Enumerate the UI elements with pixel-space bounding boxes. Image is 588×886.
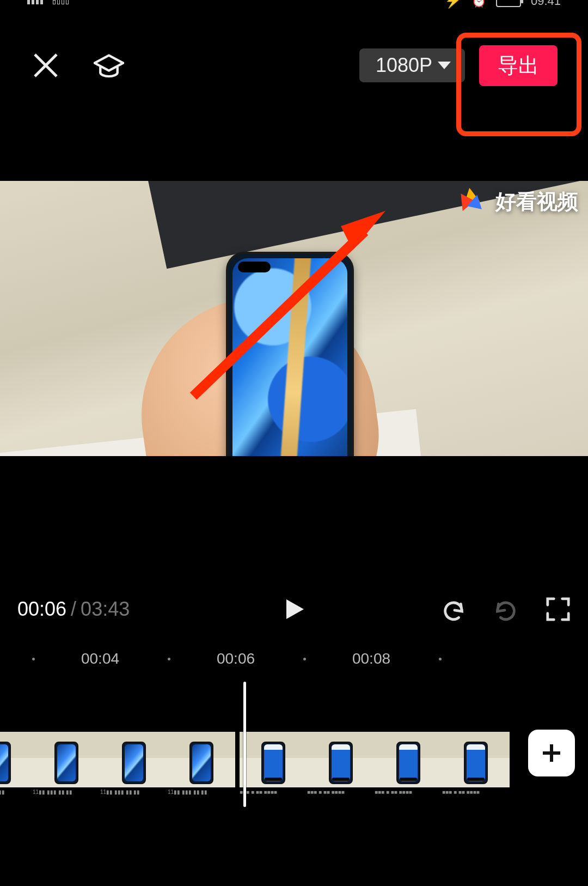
status-bar: ⚡ ⏰ 09:41: [0, 0, 588, 19]
clip-gap: [235, 732, 240, 797]
ruler-tick: [303, 658, 306, 660]
resolution-selector[interactable]: 1080P: [359, 48, 465, 82]
clip-thumbnail[interactable]: 11▮▮ ▮▮▮ ▮▮ ▮▮: [33, 732, 100, 797]
add-clip-button[interactable]: [528, 730, 575, 776]
total-time: 03:43: [81, 598, 130, 621]
alarm-icon: ⏰: [471, 0, 486, 8]
video-frame: [0, 181, 588, 456]
phone-in-video: [226, 252, 354, 456]
clip-thumbnail[interactable]: 11▮▮ ▮▮▮ ▮▮ ▮▮: [0, 732, 33, 797]
ruler-label: 00:08: [352, 650, 390, 667]
clip-thumbnail[interactable]: 11▮▮ ▮▮▮ ▮▮ ▮▮: [168, 732, 235, 797]
ruler-label: 00:04: [81, 650, 119, 667]
playback-controls: 00:06 / 03:43: [0, 583, 588, 635]
playhead[interactable]: [243, 682, 246, 807]
clip-thumbnail[interactable]: ■■■ ■ ■■ ■■■■: [307, 732, 375, 797]
redo-button[interactable]: [493, 597, 518, 622]
top-toolbar: 1080P 导出: [0, 19, 588, 112]
watermark-text: 好看视频: [495, 188, 578, 216]
timeline-ruler[interactable]: 00:0400:0600:08: [0, 641, 588, 674]
export-button[interactable]: 导出: [479, 45, 558, 86]
svg-marker-5: [286, 599, 304, 619]
tutorial-button[interactable]: [94, 50, 124, 81]
flash-icon: ⚡: [444, 0, 462, 9]
clip-thumbnail[interactable]: ■■■ ■ ■■ ■■■■: [375, 732, 442, 797]
ruler-tick: [32, 658, 35, 660]
ruler-tick: [439, 658, 442, 660]
clip-thumbnail[interactable]: ■■■ ■ ■■ ■■■■: [240, 732, 307, 797]
resolution-label: 1080P: [376, 54, 432, 77]
chevron-down-icon: [438, 62, 451, 69]
video-watermark: 好看视频: [462, 188, 578, 216]
time-display: 00:06 / 03:43: [17, 598, 130, 621]
haokan-logo-icon: [462, 190, 489, 215]
status-time: 09:41: [531, 0, 561, 8]
clip-thumbnail[interactable]: 11▮▮ ▮▮▮ ▮▮ ▮▮: [100, 732, 168, 797]
svg-marker-2: [95, 56, 124, 71]
timeline-track[interactable]: 11▮▮ ▮▮▮ ▮▮ ▮▮11▮▮ ▮▮▮ ▮▮ ▮▮11▮▮ ▮▮▮ ▮▮ …: [0, 682, 588, 823]
clip-thumbnails[interactable]: 11▮▮ ▮▮▮ ▮▮ ▮▮11▮▮ ▮▮▮ ▮▮ ▮▮11▮▮ ▮▮▮ ▮▮ …: [0, 732, 510, 797]
current-time: 00:06: [17, 598, 66, 621]
signal-2-icon: [53, 0, 69, 4]
signal-1-icon: [27, 0, 43, 4]
battery-icon: [496, 0, 521, 7]
close-button[interactable]: [30, 50, 61, 81]
fullscreen-button[interactable]: [546, 597, 571, 622]
clip-thumbnail[interactable]: ■■■ ■ ■■ ■■■■: [442, 732, 510, 797]
ruler-label: 00:06: [217, 650, 255, 667]
ruler-tick: [168, 658, 170, 660]
time-separator: /: [71, 598, 76, 621]
undo-button[interactable]: [441, 597, 466, 622]
video-preview[interactable]: 好看视频 00:06 / 03:43: [0, 112, 588, 635]
play-button[interactable]: [282, 597, 306, 621]
